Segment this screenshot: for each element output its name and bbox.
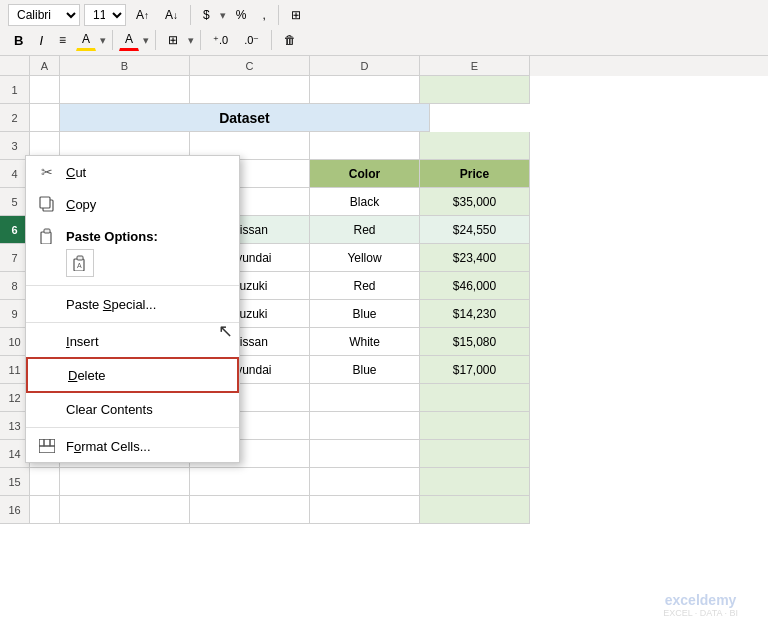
cell-e3[interactable] — [420, 132, 530, 160]
context-menu-delete[interactable]: Delete — [26, 357, 239, 393]
paste-btn[interactable]: A — [66, 249, 94, 277]
separator5 — [200, 30, 201, 50]
svg-rect-10 — [50, 439, 55, 446]
font-name-select[interactable]: Calibri — [8, 4, 80, 26]
cell-d11[interactable]: Blue — [310, 356, 420, 384]
context-menu-cut[interactable]: ✂ Cut — [26, 156, 239, 188]
bold-btn[interactable]: B — [8, 29, 29, 51]
cell-e9[interactable]: $14,230 — [420, 300, 530, 328]
cell-b15[interactable] — [60, 468, 190, 496]
clear-format-btn[interactable]: 🗑 — [278, 29, 302, 51]
separator-2 — [26, 322, 239, 323]
insert-label: Insert — [66, 334, 227, 349]
cell-a2[interactable] — [30, 104, 60, 132]
cell-e16[interactable] — [420, 496, 530, 524]
col-header-d[interactable]: D — [310, 56, 420, 76]
cell-e15[interactable] — [420, 468, 530, 496]
cell-e6[interactable]: $24,550 — [420, 216, 530, 244]
context-menu: ✂ Cut Copy Paste Options: A — [25, 155, 240, 463]
currency-btn[interactable]: $ — [197, 4, 216, 26]
context-menu-format-cells[interactable]: Format Cells... — [26, 430, 239, 462]
cell-d10[interactable]: White — [310, 328, 420, 356]
cell-d6[interactable]: Red — [310, 216, 420, 244]
cell-e5[interactable]: $35,000 — [420, 188, 530, 216]
svg-rect-3 — [44, 229, 50, 233]
svg-rect-11 — [39, 446, 55, 453]
cell-d12[interactable] — [310, 384, 420, 412]
cell-e4-header[interactable]: Price — [420, 160, 530, 188]
font-color-btn[interactable]: A — [119, 29, 139, 51]
cell-e8[interactable]: $46,000 — [420, 272, 530, 300]
rownum-1: 1 — [0, 76, 30, 104]
cell-e14[interactable] — [420, 440, 530, 468]
delete-label: Delete — [68, 368, 225, 383]
cell-d13[interactable] — [310, 412, 420, 440]
cell-d14[interactable] — [310, 440, 420, 468]
cell-b1[interactable] — [60, 76, 190, 104]
cell-b2-title[interactable]: Dataset — [60, 104, 430, 132]
decrease-decimal-btn[interactable]: .0⁻ — [238, 29, 265, 51]
col-headers: A B C D E — [0, 56, 768, 76]
percent-btn[interactable]: % — [230, 4, 253, 26]
delete-icon — [40, 366, 58, 384]
cell-d16[interactable] — [310, 496, 420, 524]
increase-font-btn[interactable]: A↑ — [130, 4, 155, 26]
italic-btn[interactable]: I — [33, 29, 49, 51]
cell-e12[interactable] — [420, 384, 530, 412]
row-1: 1 — [0, 76, 768, 104]
cell-a15[interactable] — [30, 468, 60, 496]
context-menu-insert[interactable]: Insert — [26, 325, 239, 357]
decrease-font-btn[interactable]: A↓ — [159, 4, 184, 26]
cell-e7[interactable]: $23,400 — [420, 244, 530, 272]
cell-e13[interactable] — [420, 412, 530, 440]
font-size-select[interactable]: 11 — [84, 4, 126, 26]
format-cells-icon — [38, 437, 56, 455]
rownum-16: 16 — [0, 496, 30, 524]
cell-a16[interactable] — [30, 496, 60, 524]
col-header-e[interactable]: E — [420, 56, 530, 76]
cell-d1[interactable] — [310, 76, 420, 104]
cell-d5[interactable]: Black — [310, 188, 420, 216]
cell-e11[interactable]: $17,000 — [420, 356, 530, 384]
watermark-logo: exceldemy — [663, 592, 738, 608]
borders-btn[interactable]: ⊞ — [162, 29, 184, 51]
svg-rect-1 — [40, 197, 50, 208]
cell-d3[interactable] — [310, 132, 420, 160]
row-16: 16 — [0, 496, 768, 524]
svg-rect-5 — [77, 256, 83, 260]
highlight-btn[interactable]: A — [76, 29, 96, 51]
cell-d9[interactable]: Blue — [310, 300, 420, 328]
cell-c16[interactable] — [190, 496, 310, 524]
cell-c15[interactable] — [190, 468, 310, 496]
paste-special-icon — [38, 295, 56, 313]
cell-d7[interactable]: Yellow — [310, 244, 420, 272]
context-menu-copy[interactable]: Copy — [26, 188, 239, 220]
align-btn[interactable]: ≡ — [53, 29, 72, 51]
watermark-tagline: EXCEL · DATA · BI — [663, 608, 738, 618]
copy-label: Copy — [66, 197, 227, 212]
cell-d4-header[interactable]: Color — [310, 160, 420, 188]
cell-d8[interactable]: Red — [310, 272, 420, 300]
cell-b16[interactable] — [60, 496, 190, 524]
separator4 — [155, 30, 156, 50]
cell-a1[interactable] — [30, 76, 60, 104]
row-2: 2 Dataset — [0, 104, 768, 132]
currency-arrow: ▾ — [220, 9, 226, 22]
col-header-c[interactable]: C — [190, 56, 310, 76]
cell-e10[interactable]: $15,080 — [420, 328, 530, 356]
increase-decimal-btn[interactable]: ⁺.0 — [207, 29, 234, 51]
cell-c1[interactable] — [190, 76, 310, 104]
col-header-a[interactable]: A — [30, 56, 60, 76]
cell-e1[interactable] — [420, 76, 530, 104]
cut-label: Cut — [66, 165, 227, 180]
toolbar: Calibri 11 A↑ A↓ $ ▾ % , ⊞ B I ≡ A ▾ A ▾… — [0, 0, 768, 56]
clear-icon — [38, 400, 56, 418]
toolbar-row1: Calibri 11 A↑ A↓ $ ▾ % , ⊞ — [8, 4, 760, 26]
format-table-btn[interactable]: ⊞ — [285, 4, 307, 26]
context-menu-clear-contents[interactable]: Clear Contents — [26, 393, 239, 425]
cell-d15[interactable] — [310, 468, 420, 496]
context-menu-paste-special[interactable]: Paste Special... — [26, 288, 239, 320]
paste-options-buttons: A — [26, 247, 239, 283]
col-header-b[interactable]: B — [60, 56, 190, 76]
comma-btn[interactable]: , — [256, 4, 271, 26]
